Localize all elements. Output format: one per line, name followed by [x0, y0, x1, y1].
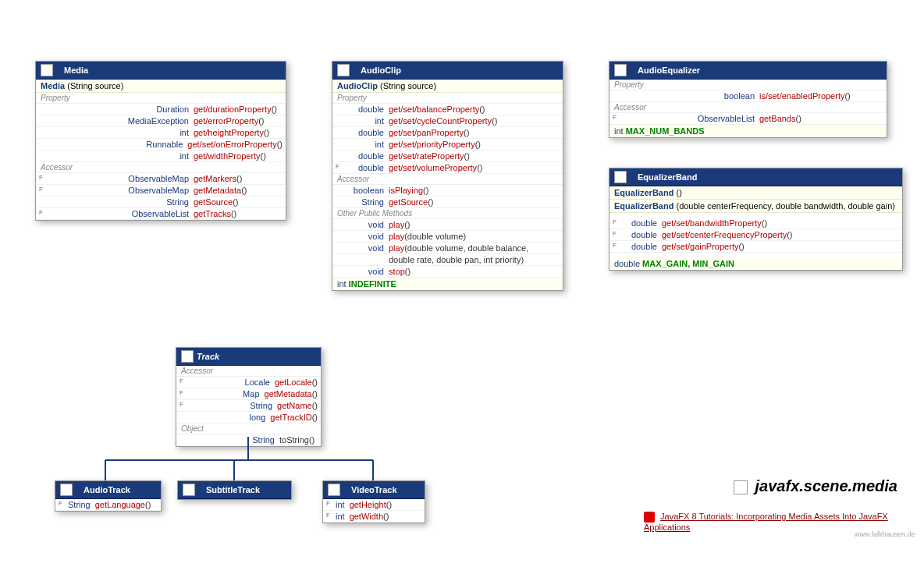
constructor: AudioClip (String source)	[332, 80, 563, 93]
member-row: double rate, double pan, int priority)	[332, 254, 563, 266]
member-row: Fdoubleget/set/centerFrequencyProperty()	[609, 229, 902, 241]
section-property: Property	[332, 93, 563, 104]
class-icon	[181, 350, 194, 363]
member-row: longgetTrackID()	[176, 412, 321, 423]
tutorial-link[interactable]: JavaFX 8 Tutorials: Incorporating Media …	[644, 512, 924, 532]
section-other: Other Public Methods	[332, 208, 563, 219]
class-title: AudioClip	[361, 66, 401, 75]
watermark: www.falkhausen.de	[855, 530, 915, 538]
section-accessor: Accessor	[176, 366, 321, 377]
class-audioequalizer: F AudioEqualizer Property booleanis/set/…	[609, 61, 887, 138]
class-audiotrack-header: F AudioTrack	[55, 481, 161, 499]
class-subtitletrack: F SubtitleTrack	[177, 480, 292, 500]
class-icon	[614, 171, 627, 183]
final-marker: F	[76, 487, 82, 494]
final-marker: F	[353, 67, 359, 74]
final-marker: F	[343, 487, 350, 494]
class-title: SubtitleTrack	[206, 485, 260, 494]
member-row: doubleget/set/balanceProperty()	[332, 104, 563, 115]
class-icon	[614, 64, 627, 76]
class-icon	[41, 64, 53, 76]
class-title: Media	[64, 66, 88, 75]
class-audiotrack: F AudioTrack F String getLanguage ()	[55, 480, 162, 512]
class-track: Track Accessor FLocalegetLocale()FMapget…	[176, 347, 322, 447]
member-row: Runnableget/set/onErrorProperty()	[36, 139, 286, 151]
method-getwidth: F int getWidth ()	[323, 511, 425, 523]
class-media-header: F Media	[36, 62, 286, 80]
member-row: booleanisPlaying()	[332, 185, 563, 197]
final-marker: F	[56, 67, 62, 74]
class-title: VideoTrack	[351, 485, 397, 494]
member-row: StringtoString()	[176, 434, 321, 446]
tutorial-link-text[interactable]: JavaFX 8 Tutorials: Incorporating Media …	[644, 512, 888, 532]
package-label: javafx.scene.media	[734, 477, 897, 495]
member-row: voidplay(double volume, double balance,	[332, 243, 563, 254]
class-audioclip: F AudioClip AudioClip (String source) Pr…	[332, 61, 563, 291]
section-object: Object	[176, 423, 321, 434]
member-row: FObservableMapgetMetadata()	[36, 185, 286, 197]
member-row: booleanis/set/enabledProperty()	[609, 90, 887, 102]
class-icon	[60, 484, 73, 496]
class-equalizerband: F EqualizerBand EqualizerBand () Equaliz…	[609, 168, 903, 271]
member-row: Fdoubleget/set/bandwidthProperty()	[609, 218, 902, 229]
member-row: StringgetSource()	[332, 197, 563, 208]
class-media: F Media Media (String source) Property D…	[35, 61, 286, 221]
constant: double MAX_GAIN, MIN_GAIN	[609, 257, 902, 270]
constant: int INDEFINITE	[332, 278, 563, 290]
member-row: Fdoubleget/set/gainProperty()	[609, 241, 902, 253]
class-title: Track	[197, 352, 219, 361]
member-row: voidplay(double volume)	[332, 231, 563, 243]
member-row: StringgetSource()	[36, 197, 286, 208]
class-audioequalizer-header: F AudioEqualizer	[609, 62, 887, 80]
class-title: AudioEqualizer	[638, 66, 700, 75]
section-property: Property	[609, 80, 887, 90]
member-row: FObservableListgetTracks()	[36, 208, 286, 220]
class-title: AudioTrack	[84, 485, 130, 494]
class-title: EqualizerBand	[638, 172, 697, 182]
class-icon	[734, 480, 748, 494]
class-icon	[328, 484, 340, 496]
member-row: voidplay()	[332, 219, 563, 231]
class-icon	[183, 484, 195, 496]
class-videotrack: F VideoTrack F int getHeight () F int ge…	[322, 480, 425, 523]
final-marker: F	[198, 487, 204, 494]
constant: int MAX_NUM_BANDS	[609, 125, 887, 137]
member-row: intget/heightProperty()	[36, 127, 286, 139]
final-marker: F	[630, 174, 636, 181]
constructor-1: EqualizerBand ()	[609, 186, 902, 200]
method-getlanguage: F String getLanguage ()	[55, 499, 161, 511]
class-icon	[337, 64, 350, 76]
member-row: FMapgetMetadata()	[176, 388, 321, 400]
member-row: FObservableListgetBands()	[609, 113, 887, 125]
final-marker: F	[630, 67, 636, 74]
class-audioclip-header: F AudioClip	[332, 62, 563, 80]
section-accessor: Accessor	[609, 102, 887, 113]
constructor-2: EqualizerBand (double centerFrequency, d…	[609, 200, 902, 213]
member-row: voidstop()	[332, 266, 563, 278]
class-subtitletrack-header: F SubtitleTrack	[178, 481, 291, 499]
member-row: intget/set/cycleCountProperty()	[332, 115, 563, 127]
member-row: intget/widthProperty()	[36, 151, 286, 162]
member-row: intget/set/priorityProperty()	[332, 139, 563, 151]
section-accessor: Accessor	[36, 162, 286, 173]
link-icon	[644, 512, 655, 523]
member-row: doubleget/set/rateProperty()	[332, 151, 563, 162]
member-row: Fdoubleget/set/volumeProperty()	[332, 162, 563, 174]
member-row: Durationget/durationProperty()	[36, 104, 286, 115]
member-row: FObservableMapgetMarkers()	[36, 173, 286, 185]
class-track-header: Track	[176, 348, 321, 366]
member-row: MediaExceptionget/errorProperty()	[36, 115, 286, 127]
class-videotrack-header: F VideoTrack	[323, 481, 425, 499]
class-equalizerband-header: F EqualizerBand	[609, 168, 902, 186]
method-getheight: F int getHeight ()	[323, 499, 425, 511]
member-row: FStringgetName()	[176, 400, 321, 412]
constructor: Media (String source)	[36, 80, 286, 93]
section-property: Property	[36, 93, 286, 104]
member-row: FLocalegetLocale()	[176, 377, 321, 388]
member-row: doubleget/set/panProperty()	[332, 127, 563, 139]
section-accessor: Accessor	[332, 174, 563, 185]
